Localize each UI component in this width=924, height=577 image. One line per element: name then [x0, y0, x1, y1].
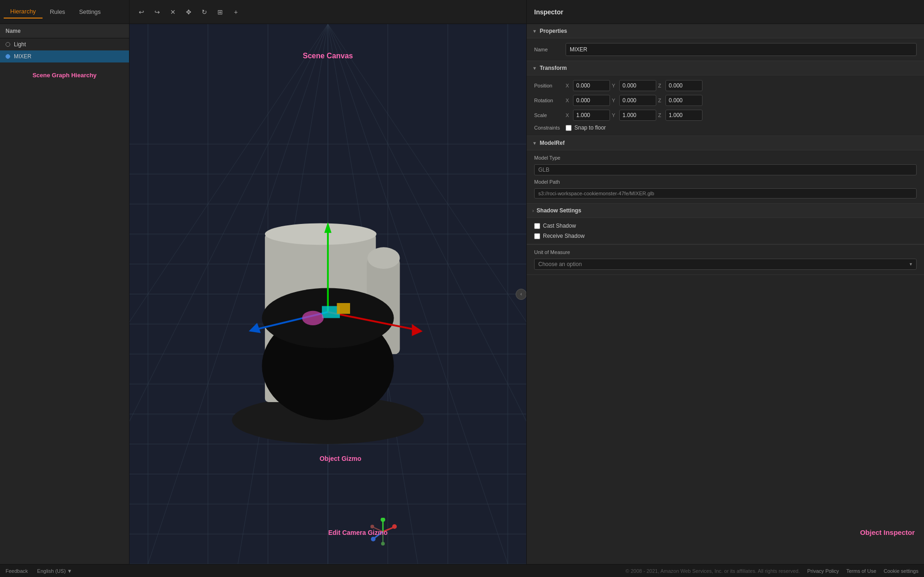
svg-point-40: [368, 247, 400, 269]
position-xyz: X Y Z: [566, 80, 917, 91]
svg-point-55: [381, 518, 385, 522]
svg-rect-50: [337, 303, 350, 314]
rotate-button[interactable]: ↻: [198, 6, 211, 19]
camera-gizmo-annotation: Edit Camera Gizmo: [328, 529, 388, 536]
light-label: Light: [14, 41, 26, 48]
footer: Feedback English (US) ▼ © 2008 - 2021, A…: [0, 564, 924, 577]
model-path-label: Model Path: [534, 179, 562, 185]
footer-terms[interactable]: Terms of Use: [846, 568, 876, 574]
scale-button[interactable]: ⊞: [214, 6, 227, 19]
mixer-label: MIXER: [14, 53, 31, 60]
name-input[interactable]: [566, 43, 917, 56]
svg-point-59: [370, 525, 374, 528]
cast-shadow-row: Cast Shadow: [534, 223, 917, 229]
transform-section-header[interactable]: ▼ Transform: [527, 61, 924, 75]
shadow-section-title: Shadow Settings: [536, 207, 581, 214]
receive-shadow-checkbox[interactable]: [534, 233, 540, 239]
tab-rules[interactable]: Rules: [43, 6, 72, 18]
footer-language[interactable]: English (US) ▼: [37, 568, 72, 574]
tab-hierarchy[interactable]: Hierarchy: [4, 5, 43, 19]
footer-copyright: © 2008 - 2021, Amazon Web Services, Inc.…: [626, 568, 800, 574]
modelref-section-header[interactable]: ▼ ModelRef: [527, 136, 924, 150]
unit-section-body: Unit of Measure Choose an option: [527, 244, 924, 275]
position-x-input[interactable]: [573, 80, 610, 91]
col-name-header: Name: [6, 28, 21, 34]
add-button[interactable]: +: [229, 6, 242, 19]
tab-bar: Hierarchy Rules Settings: [0, 0, 129, 24]
scene-graph-annotation: Scene Graph Hiearchy: [0, 62, 129, 88]
cast-shadow-checkbox[interactable]: [534, 223, 540, 229]
object-gizmo-annotation: Object Gizmo: [320, 455, 361, 462]
inspector-title: Inspector: [534, 8, 563, 16]
toolbar-center: ↩ ↪ ✕ ✥ ↻ ⊞ +: [129, 0, 526, 24]
unit-label-row: Unit of Measure: [534, 249, 917, 255]
position-y-input[interactable]: [619, 80, 656, 91]
position-z-input[interactable]: [665, 80, 702, 91]
footer-privacy[interactable]: Privacy Policy: [807, 568, 839, 574]
unit-label: Unit of Measure: [534, 249, 570, 255]
transform-section-title: Transform: [540, 65, 567, 71]
rotation-z-input[interactable]: [665, 95, 702, 106]
scene-item-mixer[interactable]: MIXER: [0, 50, 129, 62]
name-label: Name: [534, 47, 562, 52]
rotation-xyz: X Y Z: [566, 95, 917, 106]
receive-shadow-label: Receive Shadow: [543, 233, 585, 239]
unit-select[interactable]: Choose an option: [534, 259, 917, 270]
scale-y-input[interactable]: [619, 110, 656, 121]
scale-row: Scale X Y Z: [534, 110, 917, 121]
redo-button[interactable]: ↪: [151, 6, 164, 19]
snap-to-floor-label: Snap to floor: [574, 124, 606, 131]
shadow-chevron: ›: [532, 208, 534, 213]
modelref-section-title: ModelRef: [540, 140, 565, 146]
svg-point-51: [302, 311, 324, 325]
name-field-row: Name: [534, 43, 917, 56]
scale-x-input[interactable]: [573, 110, 610, 121]
model-path-input[interactable]: [534, 188, 917, 199]
light-dot: [6, 42, 10, 47]
scene-canvas[interactable]: Scene Canvas Object Gizmo Edit Camera Gi…: [129, 24, 526, 564]
constraints-row: Constraints Snap to floor: [534, 124, 917, 131]
scene-item-light[interactable]: Light: [0, 38, 129, 50]
tab-settings[interactable]: Settings: [73, 6, 107, 18]
cast-shadow-label: Cast Shadow: [543, 223, 576, 229]
collapse-panel-button[interactable]: ‹: [516, 289, 526, 300]
unit-select-wrapper: Choose an option: [534, 259, 917, 270]
modelref-section-body: Model Type Model Path: [527, 150, 924, 204]
scale-label: Scale: [534, 112, 562, 118]
main-content: Name Light MIXER Scene Graph Hiearchy: [0, 24, 924, 564]
rotation-label: Rotation: [534, 98, 562, 103]
scale-z-input[interactable]: [665, 110, 702, 121]
rotation-x-input[interactable]: [573, 95, 610, 106]
properties-chevron: ▼: [532, 29, 537, 34]
receive-shadow-row: Receive Shadow: [534, 233, 917, 239]
svg-point-57: [371, 537, 376, 541]
svg-point-61: [381, 542, 385, 546]
position-row: Position X Y Z: [534, 80, 917, 91]
snap-to-floor-checkbox[interactable]: [566, 125, 572, 131]
transform-section-body: Position X Y Z Rotation X Y Z: [527, 75, 924, 136]
rotation-row: Rotation X Y Z: [534, 95, 917, 106]
properties-section-body: Name: [527, 38, 924, 61]
model-type-input[interactable]: [534, 164, 917, 175]
modelref-chevron: ▼: [532, 141, 537, 146]
model-type-row: Model Type: [534, 155, 917, 161]
move-button[interactable]: ✥: [182, 6, 195, 19]
transform-chevron: ▼: [532, 66, 537, 71]
right-panel: ▼ Properties Name ▼ Transform Position X…: [526, 24, 924, 564]
scene-grid: [129, 24, 526, 564]
shadow-section-header[interactable]: › Shadow Settings: [527, 204, 924, 218]
footer-feedback[interactable]: Feedback: [6, 568, 28, 574]
svg-point-53: [392, 524, 397, 529]
close-button[interactable]: ✕: [166, 6, 179, 19]
top-bar: Hierarchy Rules Settings ↩ ↪ ✕ ✥ ↻ ⊞ + I…: [0, 0, 924, 24]
rotation-y-input[interactable]: [619, 95, 656, 106]
undo-button[interactable]: ↩: [135, 6, 148, 19]
shadow-section-body: Cast Shadow Receive Shadow: [527, 218, 924, 244]
scale-xyz: X Y Z: [566, 110, 917, 121]
model-path-row: Model Path: [534, 179, 917, 185]
position-label: Position: [534, 83, 562, 88]
svg-point-38: [265, 223, 376, 245]
footer-cookie[interactable]: Cookie settings: [884, 568, 918, 574]
left-panel: Name Light MIXER Scene Graph Hiearchy: [0, 24, 129, 564]
properties-section-header[interactable]: ▼ Properties: [527, 24, 924, 38]
